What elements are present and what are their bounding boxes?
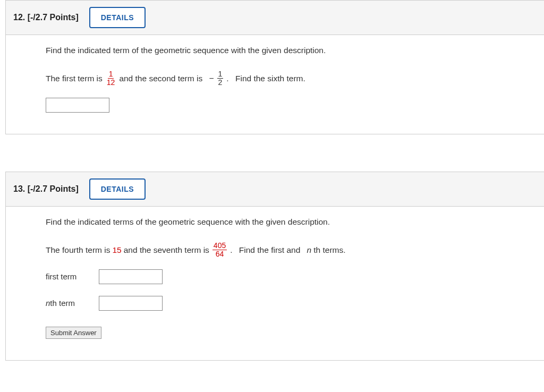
answer-input-sixth-term[interactable] [46, 98, 109, 113]
instruction-text: Find the indicated terms of the geometri… [46, 217, 531, 227]
question-points: [-/2.7 Points] [28, 13, 79, 22]
text-segment: th terms. [313, 245, 345, 255]
value-fourth-term: 15 [112, 245, 121, 255]
question-number: 12. [13, 13, 25, 22]
answer-input-nth-term[interactable] [99, 296, 163, 311]
question-points: [-/2.7 Points] [28, 184, 79, 193]
problem-statement: The first term is 1 12 and the second te… [46, 70, 531, 87]
answer-input-first-term[interactable] [99, 269, 163, 284]
submit-answer-button[interactable]: Submit Answer [46, 327, 101, 339]
answer-row-nth-term: nth term [46, 296, 531, 311]
question-header: 13. [-/2.7 Points] DETAILS [6, 172, 544, 207]
text-segment: and the seventh term is [124, 245, 209, 255]
question-number-points: 13. [-/2.7 Points] [13, 184, 79, 194]
details-button[interactable]: DETAILS [89, 7, 146, 28]
minus-sign: − [209, 74, 214, 83]
text-segment: The first term is [46, 74, 103, 83]
answer-row-first-term: first term [46, 269, 531, 284]
period: . [226, 74, 228, 83]
fraction-numerator: 1 [108, 70, 114, 79]
question-12: 12. [-/2.7 Points] DETAILS Find the indi… [5, 0, 544, 134]
problem-statement: The fourth term is 15 and the seventh te… [46, 242, 531, 259]
text-segment: and the second term is [119, 74, 202, 83]
fraction-numerator: 405 [212, 242, 227, 250]
question-body: Find the indicated terms of the geometri… [6, 207, 544, 360]
details-button[interactable]: DETAILS [89, 178, 146, 200]
period: . [230, 245, 232, 255]
nth-term-label: nth term [46, 299, 88, 308]
question-number-points: 12. [-/2.7 Points] [13, 13, 79, 22]
answer-area [46, 98, 531, 113]
fraction-seventh-term: 405 64 [212, 242, 227, 259]
text-segment: Find the first and [239, 245, 300, 255]
first-term-label: first term [46, 272, 88, 281]
question-header: 12. [-/2.7 Points] DETAILS [6, 1, 544, 35]
instruction-text: Find the indicated term of the geometric… [46, 46, 531, 55]
question-body: Find the indicated term of the geometric… [6, 35, 544, 134]
fraction-numerator: 1 [217, 70, 224, 79]
submit-area: Submit Answer [46, 327, 531, 339]
nth-n: n [307, 245, 312, 255]
question-13: 13. [-/2.7 Points] DETAILS Find the indi… [5, 172, 544, 361]
fraction-denominator: 2 [217, 79, 224, 87]
fraction-second-term: 1 2 [217, 70, 224, 87]
fraction-denominator: 64 [215, 250, 225, 258]
text-segment: Find the sixth term. [235, 74, 305, 83]
fraction-first-term: 1 12 [106, 70, 116, 87]
nth-rest: th term [50, 299, 75, 308]
text-segment: The fourth term is [46, 245, 110, 255]
question-number: 13. [13, 184, 25, 193]
fraction-denominator: 12 [106, 79, 116, 87]
